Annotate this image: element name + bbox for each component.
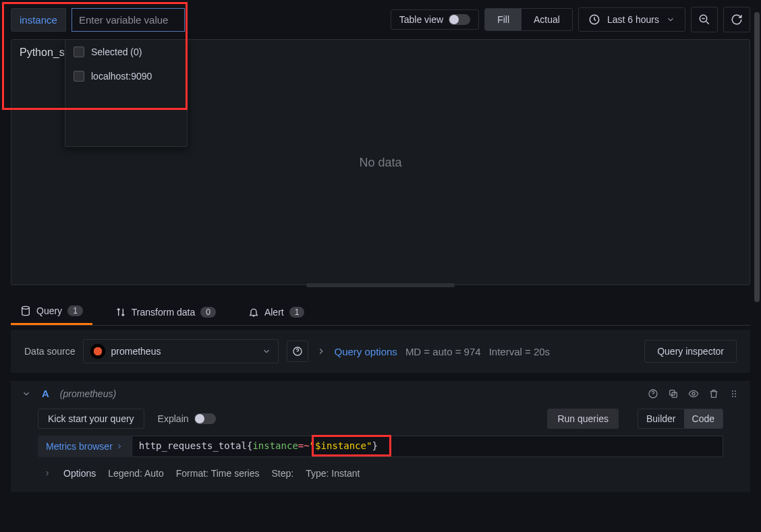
top-toolbar: instance Table view Fill Actual Last 6 h…: [0, 0, 761, 39]
svg-point-9: [735, 390, 736, 392]
dropdown-option-label: localhost:9090: [91, 71, 152, 82]
copy-icon[interactable]: [668, 388, 679, 399]
dropdown-selected-row[interactable]: Selected (0): [65, 40, 187, 64]
query-options-row: Options Legend: Auto Format: Time series…: [11, 461, 750, 485]
datasource-label: Data source: [24, 346, 75, 357]
tab-alert-label: Alert: [264, 307, 284, 318]
query-datasource-note: (prometheus): [60, 388, 116, 399]
scrollbar[interactable]: [754, 12, 760, 302]
query-header: A (prometheus): [11, 381, 750, 406]
builder-code-switch: Builder Code: [638, 409, 723, 429]
options-legend: Legend: Auto: [108, 468, 164, 479]
eye-icon[interactable]: [688, 388, 699, 399]
toggle-switch-icon[interactable]: [194, 413, 216, 424]
kick-start-button[interactable]: Kick start your query: [38, 409, 144, 429]
explain-label: Explain: [158, 413, 189, 424]
dropdown-option[interactable]: localhost:9090: [65, 64, 187, 88]
svg-point-10: [732, 393, 733, 394]
options-label[interactable]: Options: [63, 468, 96, 479]
svg-point-12: [732, 396, 733, 397]
tab-transform-count: 0: [200, 307, 216, 318]
chevron-right-icon[interactable]: [316, 347, 326, 356]
query-options-md: MD = auto = 974: [405, 346, 481, 357]
table-view-toggle[interactable]: Table view: [391, 9, 479, 30]
database-icon: [20, 305, 31, 316]
tab-alert-count: 1: [289, 307, 305, 318]
expr-value: "$instance": [310, 440, 372, 451]
zoom-out-button[interactable]: [691, 7, 718, 32]
fill-button[interactable]: Fill: [485, 9, 522, 30]
explain-toggle[interactable]: Explain: [158, 413, 216, 424]
panel-resize-handle[interactable]: [306, 283, 455, 287]
variable-dropdown: Selected (0) localhost:9090: [65, 39, 188, 147]
options-type: Type: Instant: [306, 468, 360, 479]
svg-point-2: [22, 306, 30, 309]
tab-query-count: 1: [67, 305, 83, 316]
clock-icon: [588, 13, 600, 26]
datasource-help-button[interactable]: [287, 341, 308, 362]
tab-transform-label: Transform data: [132, 307, 195, 318]
query-letter[interactable]: A: [42, 388, 49, 399]
query-options-interval: Interval = 20s: [489, 346, 550, 357]
table-view-label: Table view: [399, 14, 443, 25]
transform-icon: [115, 307, 126, 318]
code-editor-row: Metrics browser http_requests_total{inst…: [11, 432, 750, 461]
query-toolbar: Kick start your query Explain Run querie…: [11, 406, 750, 432]
builder-button[interactable]: Builder: [638, 409, 684, 428]
datasource-bar: Data source prometheus Query options MD …: [11, 330, 750, 373]
fill-actual-switch: Fill Actual: [484, 8, 573, 31]
run-queries-button[interactable]: Run queries: [547, 409, 619, 429]
time-range-picker[interactable]: Last 6 hours: [578, 7, 685, 32]
datasource-name: prometheus: [111, 346, 161, 357]
metrics-browser-button[interactable]: Metrics browser: [38, 436, 132, 457]
drag-handle-icon[interactable]: [729, 388, 739, 399]
chevron-down-icon: [666, 15, 675, 24]
expr-operator: =~: [298, 440, 310, 451]
collapse-toggle[interactable]: [22, 389, 31, 398]
tab-transform[interactable]: Transform data 0: [106, 299, 225, 325]
dropdown-selected-label: Selected (0): [91, 47, 142, 57]
query-options-link[interactable]: Query options: [334, 346, 397, 357]
query-inspector-button[interactable]: Query inspector: [644, 340, 737, 363]
query-editor: A (prometheus) Kick start your query Exp…: [11, 381, 750, 492]
variable-label[interactable]: instance: [11, 8, 66, 32]
checkbox-icon[interactable]: [74, 47, 84, 57]
time-range-label: Last 6 hours: [607, 14, 659, 25]
expr-label: instance: [252, 440, 298, 451]
variable-value-input[interactable]: [72, 8, 185, 32]
chevron-right-icon[interactable]: [43, 469, 51, 477]
options-step: Step:: [271, 468, 293, 479]
svg-point-8: [732, 390, 733, 392]
toggle-switch-icon[interactable]: [449, 14, 470, 25]
expr-metric: http_requests_total: [139, 440, 247, 451]
datasource-select[interactable]: prometheus: [83, 339, 279, 363]
editor-tabs: Query 1 Transform data 0 Alert 1: [11, 299, 750, 326]
actual-button[interactable]: Actual: [522, 9, 572, 30]
checkbox-icon[interactable]: [74, 71, 84, 82]
chevron-down-icon: [262, 347, 271, 356]
svg-point-7: [692, 392, 695, 395]
tab-alert[interactable]: Alert 1: [239, 299, 314, 325]
bell-icon: [248, 307, 259, 318]
options-format: Format: Time series: [176, 468, 260, 479]
code-button[interactable]: Code: [684, 409, 723, 428]
prometheus-icon: [90, 344, 105, 359]
tab-query-label: Query: [36, 305, 62, 316]
tab-query[interactable]: Query 1: [11, 299, 92, 325]
svg-point-11: [735, 393, 736, 394]
svg-point-13: [735, 396, 736, 397]
help-icon[interactable]: [648, 388, 658, 399]
no-data-message: No data: [359, 155, 401, 169]
promql-editor[interactable]: http_requests_total{instance=~"$instance…: [132, 436, 723, 457]
trash-icon[interactable]: [708, 388, 719, 399]
refresh-button[interactable]: [723, 7, 750, 32]
